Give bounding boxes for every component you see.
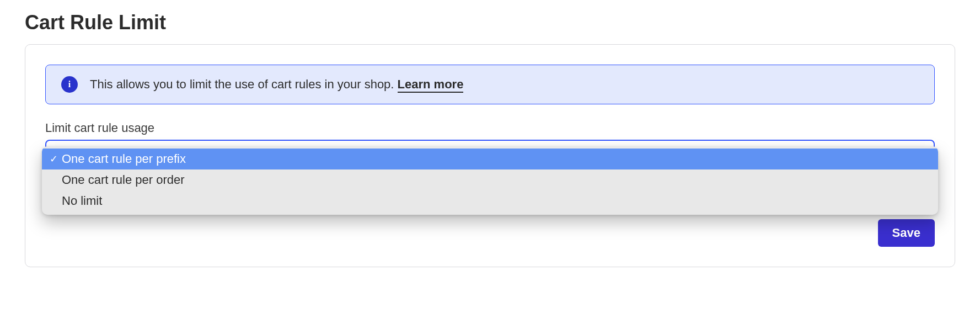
- save-button[interactable]: Save: [878, 219, 935, 247]
- field-label: Limit cart rule usage: [45, 121, 935, 135]
- info-banner: i This allows you to limit the use of ca…: [45, 65, 935, 104]
- option-label: One cart rule per order: [62, 173, 185, 187]
- dropdown-option-per-order[interactable]: One cart rule per order: [42, 169, 938, 190]
- page-title: Cart Rule Limit: [25, 11, 955, 34]
- footer-row: Save: [45, 219, 935, 247]
- info-icon: i: [61, 76, 78, 93]
- info-text: This allows you to limit the use of cart…: [90, 77, 463, 92]
- dropdown-option-no-limit[interactable]: No limit: [42, 190, 938, 211]
- check-icon: ✓: [47, 153, 60, 165]
- learn-more-link[interactable]: Learn more: [398, 77, 464, 93]
- dropdown-option-per-prefix[interactable]: ✓ One cart rule per prefix: [42, 149, 938, 169]
- dropdown-list[interactable]: ✓ One cart rule per prefix One cart rule…: [42, 146, 938, 215]
- option-label: One cart rule per prefix: [62, 152, 186, 166]
- limit-select[interactable]: ✓ One cart rule per prefix One cart rule…: [45, 140, 935, 173]
- info-message: This allows you to limit the use of cart…: [90, 77, 398, 91]
- settings-card: i This allows you to limit the use of ca…: [25, 44, 955, 267]
- option-label: No limit: [62, 194, 102, 208]
